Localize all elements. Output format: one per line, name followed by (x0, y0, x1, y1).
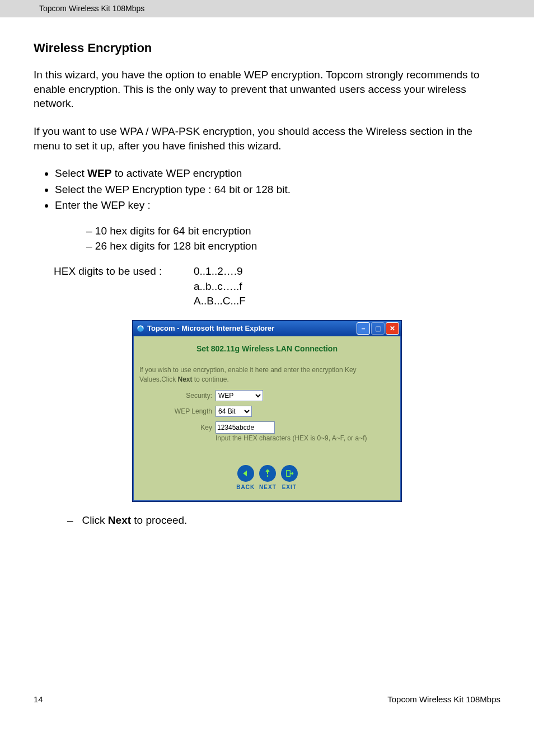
svg-point-1 (267, 475, 269, 477)
titlebar: Topcom - Microsoft Internet Explorer – ▢… (133, 321, 401, 336)
header-text: Topcom Wireless Kit 108Mbps (39, 4, 144, 13)
page-header: Topcom Wireless Kit 108Mbps (0, 0, 534, 17)
key-input[interactable] (216, 421, 275, 434)
intro-paragraph-2: If you want to use WPA / WPA-PSK encrypt… (34, 124, 500, 153)
key-label: Key (139, 424, 216, 431)
page-title: Wireless Encryption (34, 41, 500, 55)
instruction-list: Select WEP to activate WEP encryption Se… (45, 166, 500, 213)
window-title: Topcom - Microsoft Internet Explorer (147, 324, 357, 332)
security-label: Security: (139, 392, 216, 400)
hex-digits-block: HEX digits to be used : 0..1..2….9 a..b.… (54, 264, 500, 309)
list-item: 26 hex digits for 128 bit encryption (86, 239, 500, 254)
minimize-button[interactable]: – (357, 322, 370, 335)
intro-paragraph-1: In this wizard, you have the option to e… (34, 68, 500, 111)
footer-product: Topcom Wireless Kit 108Mbps (387, 694, 500, 704)
security-select[interactable]: WEP (216, 390, 263, 401)
hex-line: A..B...C...F (194, 294, 246, 309)
list-item: Select the WEP Encryption type : 64 bit … (55, 182, 500, 198)
hex-label: HEX digits to be used : (54, 264, 194, 309)
back-button[interactable]: BACK (236, 465, 255, 490)
page-content: Wireless Encryption In this wizard, you … (0, 17, 534, 538)
exit-icon (281, 465, 298, 482)
back-icon (237, 465, 254, 482)
wizard-nav: BACK NEXT EXIT (139, 465, 395, 490)
ie-icon (136, 324, 145, 333)
sub-list: 10 hex digits for 64 bit encryption 26 h… (86, 224, 500, 253)
exit-button[interactable]: EXIT (281, 465, 298, 490)
wizard-body: Set 802.11g Wireless LAN Connection If y… (133, 336, 401, 501)
weplength-select[interactable]: 64 Bit (216, 406, 252, 417)
wizard-intro: If you wish to use encryption, enable it… (139, 365, 395, 384)
final-instruction: – Click Next to proceed. (67, 514, 500, 527)
next-button[interactable]: NEXT (259, 465, 277, 490)
list-item: 10 hex digits for 64 bit encryption (86, 224, 500, 239)
wizard-heading: Set 802.11g Wireless LAN Connection (139, 344, 395, 353)
key-hint: Input the HEX characters (HEX is 0~9, A~… (216, 434, 395, 443)
ie-window: Topcom - Microsoft Internet Explorer – ▢… (132, 320, 402, 502)
hex-line: 0..1..2….9 (194, 264, 246, 279)
svg-rect-2 (286, 470, 290, 476)
list-item: Enter the WEP key : (55, 198, 500, 213)
page-footer: 14 Topcom Wireless Kit 108Mbps (0, 538, 534, 721)
maximize-button[interactable]: ▢ (371, 322, 385, 335)
close-button[interactable]: ✕ (386, 322, 399, 335)
next-icon (259, 465, 276, 482)
hex-line: a..b..c…..f (194, 279, 246, 294)
weplength-label: WEP Length (139, 407, 216, 415)
list-item: Select WEP to activate WEP encryption (55, 166, 500, 181)
page-number: 14 (34, 694, 43, 704)
